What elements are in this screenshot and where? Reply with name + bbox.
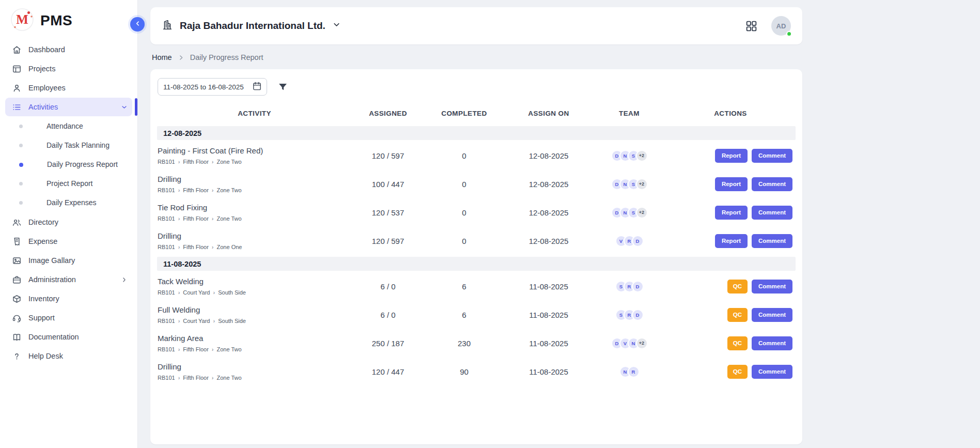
- comment-button[interactable]: Comment: [752, 365, 792, 379]
- table-row: Painting - First Coat (Fire Red)RB101›Fi…: [157, 142, 796, 170]
- sidebar-item-expense[interactable]: Expense: [5, 232, 132, 251]
- path-segment: Fifth Floor: [183, 346, 209, 352]
- app-name: PMS: [40, 12, 72, 29]
- company-selector[interactable]: Raja Bahadur International Ltd.: [162, 19, 341, 33]
- activity-title: Drilling: [158, 175, 352, 183]
- assign-on-value: 12-08-2025: [504, 208, 593, 217]
- sidebar-item-label: Projects: [28, 64, 55, 74]
- breadcrumb-home[interactable]: Home: [152, 53, 172, 61]
- chevron-right-icon: ›: [213, 318, 215, 324]
- chevron-right-icon: ›: [178, 244, 180, 250]
- activity-path: RB101›Fifth Floor›Zone Two: [158, 375, 352, 381]
- sidebar-item-image-gallary[interactable]: Image Gallary: [5, 251, 132, 270]
- team-avatar[interactable]: D: [632, 235, 644, 247]
- sidebar-item-label: Directory: [28, 217, 58, 227]
- sidebar-subitem-project-report[interactable]: Project Report: [5, 174, 132, 193]
- path-segment: Fifth Floor: [183, 187, 209, 193]
- calendar-icon: [252, 81, 262, 92]
- column-header-assigned: ASSIGNED: [352, 110, 424, 117]
- employees-icon: [12, 83, 22, 93]
- sidebar-subitem-label: Project Report: [46, 179, 92, 189]
- sidebar-subitem-daily-expenses[interactable]: Daily Expenses: [5, 193, 132, 212]
- sidebar-item-label: Documentation: [28, 332, 79, 342]
- team-avatar[interactable]: R: [628, 366, 640, 378]
- comment-button[interactable]: Comment: [752, 177, 792, 191]
- avatar[interactable]: AD: [771, 16, 791, 36]
- app-logo[interactable]: M PMS: [0, 0, 137, 39]
- team-avatar[interactable]: D: [632, 281, 644, 292]
- path-segment: Fifth Floor: [183, 244, 209, 250]
- qc-button[interactable]: QC: [727, 365, 748, 379]
- sidebar-item-inventory[interactable]: Inventory: [5, 289, 132, 308]
- qc-button[interactable]: QC: [727, 280, 748, 293]
- team-more-badge[interactable]: +2: [636, 337, 648, 349]
- sidebar-item-documentation[interactable]: Documentation: [5, 328, 132, 346]
- sidebar-item-dashboard[interactable]: Dashboard: [5, 40, 132, 59]
- chevron-down-icon: [332, 20, 341, 32]
- actions-cell: ReportComment: [665, 206, 796, 220]
- svg-text:M: M: [16, 12, 28, 26]
- support-icon: [12, 313, 22, 323]
- report-button[interactable]: Report: [715, 234, 748, 248]
- table-row: Full WeldingRB101›Court Yard›South Side6…: [157, 301, 796, 329]
- activity-cell: DrillingRB101›Fifth Floor›Zone One: [157, 231, 352, 250]
- sidebar-item-label: Image Gallary: [28, 255, 75, 266]
- activity-cell: Tie Rod FixingRB101›Fifth Floor›Zone Two: [157, 203, 352, 222]
- report-button[interactable]: Report: [715, 177, 748, 191]
- report-button[interactable]: Report: [715, 149, 748, 163]
- sidebar-item-projects[interactable]: Projects: [5, 59, 132, 78]
- activity-path: RB101›Court Yard›South Side: [158, 318, 352, 324]
- chevron-right-icon: ›: [212, 347, 214, 352]
- apps-grid-icon[interactable]: [745, 20, 758, 33]
- comment-button[interactable]: Comment: [752, 234, 792, 248]
- path-segment: RB101: [158, 187, 175, 193]
- sidebar-item-support[interactable]: Support: [5, 308, 132, 327]
- sidebar-item-directory[interactable]: Directory: [5, 213, 132, 231]
- sidebar-subitem-attendance[interactable]: Attendance: [5, 117, 132, 136]
- team-more-badge[interactable]: +2: [636, 178, 648, 190]
- actions-cell: QCComment: [665, 365, 796, 379]
- table-header-row: ACTIVITY ASSIGNED COMPLETED ASSIGN ON TE…: [157, 102, 796, 125]
- team-cell: VRD: [593, 235, 665, 247]
- report-button[interactable]: Report: [715, 206, 748, 220]
- qc-button[interactable]: QC: [727, 308, 748, 322]
- comment-button[interactable]: Comment: [752, 336, 792, 350]
- table-row: DrillingRB101›Fifth Floor›Zone Two100 / …: [157, 170, 796, 198]
- bullet-icon: [19, 201, 23, 205]
- comment-button[interactable]: Comment: [752, 206, 792, 220]
- column-header-actions: ACTIONS: [665, 110, 796, 117]
- team-more-badge[interactable]: +2: [636, 207, 648, 219]
- sidebar-subitem-daily-progress-report[interactable]: Daily Progress Report: [5, 155, 132, 174]
- projects-icon: [12, 64, 22, 74]
- sidebar-item-label: Administration: [28, 274, 76, 285]
- sidebar-subitem-daily-task-planning[interactable]: Daily Task Planning: [5, 136, 132, 155]
- online-status-dot: [786, 31, 792, 37]
- sidebar-item-activities[interactable]: Activities: [5, 98, 132, 116]
- sidebar-item-employees[interactable]: Employees: [5, 79, 132, 97]
- path-segment: Zone One: [217, 244, 242, 250]
- date-range-input[interactable]: 11-08-2025 to 16-08-2025: [158, 78, 267, 96]
- date-range-value: 11-08-2025 to 16-08-2025: [163, 83, 244, 91]
- comment-button[interactable]: Comment: [752, 149, 792, 163]
- completed-value: 230: [424, 339, 504, 348]
- sidebar-item-administration[interactable]: Administration: [5, 270, 132, 289]
- chevron-right-icon: ›: [212, 188, 214, 193]
- expense-icon: [12, 237, 22, 246]
- team-more-badge[interactable]: +2: [636, 150, 648, 162]
- path-segment: South Side: [218, 289, 246, 296]
- completed-value: 0: [424, 237, 504, 245]
- team-avatar[interactable]: D: [632, 309, 644, 321]
- actions-cell: QCComment: [665, 308, 796, 322]
- assign-on-value: 11-08-2025: [504, 339, 593, 348]
- filter-icon[interactable]: [277, 82, 288, 92]
- sidebar-item-help-desk[interactable]: Help Desk: [5, 347, 132, 365]
- sidebar-collapse-button[interactable]: [130, 17, 145, 32]
- activity-cell: Marking AreaRB101›Fifth Floor›Zone Two: [157, 334, 352, 352]
- column-header-activity: ACTIVITY: [157, 110, 352, 117]
- content-card: 11-08-2025 to 16-08-2025 ACTIVITY ASSIGN…: [150, 69, 802, 444]
- qc-button[interactable]: QC: [727, 336, 748, 350]
- comment-button[interactable]: Comment: [752, 280, 792, 293]
- comment-button[interactable]: Comment: [752, 308, 792, 322]
- documentation-icon: [12, 332, 22, 342]
- sidebar-item-label: Support: [28, 313, 55, 323]
